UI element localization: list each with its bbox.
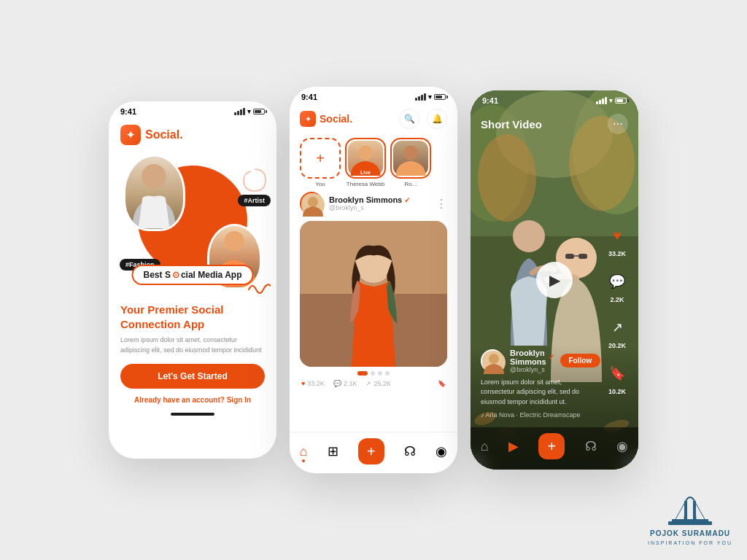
p3-share-action[interactable]: ↗ 20.2K	[605, 315, 630, 349]
dot-2	[371, 371, 375, 376]
battery-icon-1	[253, 109, 265, 114]
verified-badge-p2: ✓	[404, 196, 410, 204]
share-icon-p3: ↗	[605, 315, 630, 340]
svg-rect-34	[668, 521, 712, 525]
comment-icon-p2: 💬	[333, 380, 341, 387]
watermark-tagline: INSPIRATION FOR YOU	[648, 540, 732, 545]
p2-username: Brooklyn Simmons ✓	[329, 195, 430, 204]
p3-description: Lorem ipsum dolor sit amet, consectetur …	[481, 378, 595, 408]
follow-button[interactable]: Follow	[560, 354, 601, 368]
dot-1	[357, 371, 368, 376]
home-icon-p2: ⌂	[300, 444, 308, 459]
p3-user-avatar	[481, 349, 504, 373]
p2-comment-action[interactable]: 💬 2.1K	[333, 380, 357, 387]
wifi-icon-3: ▾	[609, 97, 613, 104]
p2-post-person-img	[300, 221, 447, 367]
p2-bottom-nav: ⌂ ⊞ + ☊ ◉	[290, 432, 457, 473]
p3-play-button[interactable]: ▶	[536, 262, 573, 298]
battery-icon-2	[434, 94, 446, 100]
p2-post-actions: ♥ 33.2K 💬 2.1K ↗ 25.2K 🔖	[300, 380, 447, 387]
p3-nav-home[interactable]: ⌂	[481, 439, 489, 454]
deco-spiral-1	[240, 166, 269, 195]
p3-comment-action[interactable]: 💬 2.2K	[605, 269, 630, 303]
p1-description: Lorem ipsum dolor sit amet, consectetur …	[120, 335, 265, 355]
chat-icon-p2: ☊	[404, 443, 416, 459]
p2-post-header: Brooklyn Simmons ✓ @broklyn_s ⋮	[300, 192, 447, 215]
p3-user-row: Brooklyn Simmons ✓ @broklyn_s Follow	[481, 349, 595, 373]
p1-headline: Your Premier Social Connection App	[120, 303, 265, 331]
p2-stories: + You Live Theresa Webb	[290, 133, 457, 192]
p2-share-action[interactable]: ↗ 25.2K	[365, 380, 391, 387]
status-icons-2: ▾	[415, 93, 446, 101]
p1-header: ✦ Social.	[109, 119, 276, 151]
status-icons-1: ▾	[234, 108, 265, 115]
p3-username: Brooklyn Simmons ✓	[510, 349, 554, 366]
p2-nav-home[interactable]: ⌂	[300, 444, 308, 459]
status-icons-3: ▾	[596, 97, 627, 104]
p1-social-badge-wrapper: Best S⊙cial Media App	[132, 265, 254, 291]
p2-logo: ✦ Social.	[300, 111, 352, 127]
p3-more-btn[interactable]: ⋯	[608, 114, 628, 134]
phone-1-mockup: 9:41 ▾ ✦ Social.	[109, 101, 276, 459]
p3-user-handle: @broklyn_s	[510, 366, 554, 373]
p2-nav-grid[interactable]: ⊞	[328, 443, 338, 459]
p3-nav-profile[interactable]: ◉	[616, 438, 628, 454]
p2-nav-profile[interactable]: ◉	[436, 443, 447, 459]
p1-person-1-avatar	[123, 155, 185, 231]
p3-like-action[interactable]: ♥ 33.2K	[605, 223, 630, 257]
p3-save-action[interactable]: 🔖 10.2K	[605, 361, 630, 395]
time-2: 9:41	[301, 93, 317, 101]
p1-home-indicator	[171, 413, 214, 416]
p3-nav-video[interactable]: ▶	[508, 438, 519, 454]
p3-nav-chat[interactable]: ☊	[585, 438, 597, 454]
search-button-p2[interactable]: 🔍	[399, 109, 419, 129]
story-item-theresa[interactable]: Live Theresa Webb	[345, 138, 386, 187]
p2-more-btn[interactable]: ⋮	[436, 197, 447, 211]
p3-side-actions: ♥ 33.2K 💬 2.2K ↗ 20.2K 🔖 10.2K	[605, 223, 630, 395]
notification-button-p2[interactable]: 🔔	[427, 109, 447, 129]
brooklyn-avatar-svg	[301, 193, 325, 217]
story-item-ro[interactable]: Ro...	[390, 138, 431, 187]
p1-hero-area: #Artist #Fashion Best S⊙cial Media App	[109, 151, 276, 297]
p3-avatar-svg	[482, 351, 506, 374]
p1-social-badge: Best S⊙cial Media App	[132, 265, 254, 285]
get-started-button[interactable]: Let's Get Started	[120, 364, 265, 389]
p1-text-area: Your Premier Social Connection App Lorem…	[109, 297, 276, 410]
watermark: POJOK SURAMADU INSPIRATION FOR YOU	[648, 490, 732, 545]
svg-point-26	[489, 354, 499, 364]
p2-brand: Social.	[320, 113, 352, 125]
story-item-you[interactable]: + You	[300, 138, 341, 187]
story-label-ro: Ro...	[390, 181, 431, 187]
ro-avatar-svg	[393, 141, 428, 176]
p3-overlay: 9:41 ▾ Short Video ⋯	[471, 90, 638, 470]
p2-nav: ✦ Social. 🔍 🔔	[290, 104, 457, 133]
live-badge: Live	[357, 169, 374, 176]
person1-svg	[125, 157, 183, 229]
p1-brand: Social.	[145, 128, 183, 141]
story-img-ro	[393, 141, 428, 176]
phone-2-mockup: 9:41 ▾ ✦ Social.	[290, 87, 457, 473]
p3-likes-count: 33.2K	[608, 250, 626, 257]
svg-point-2	[358, 145, 373, 160]
p3-saves-count: 10.2K	[608, 388, 626, 395]
p2-post-avatar	[300, 192, 323, 215]
signal-icon-3	[596, 97, 607, 104]
p3-shares-count: 20.2K	[608, 342, 626, 349]
dot-3	[378, 371, 382, 376]
heart-icon-p3: ♥	[605, 223, 630, 248]
p2-nav-chat[interactable]: ☊	[404, 443, 416, 459]
verified-badge-p3: ✓	[549, 353, 554, 361]
signal-icon-2	[415, 93, 426, 101]
svg-rect-27	[672, 519, 708, 521]
story-label-theresa: Theresa Webb	[345, 181, 386, 187]
p2-save-action[interactable]: 🔖	[438, 380, 446, 387]
add-story-btn[interactable]: +	[300, 138, 341, 179]
svg-point-1	[224, 231, 244, 252]
story-ring-ro	[390, 138, 431, 179]
svg-point-0	[142, 164, 166, 188]
p3-user-details: Brooklyn Simmons ✓ @broklyn_s	[510, 349, 554, 373]
comment-icon-p3: 💬	[605, 269, 630, 294]
p3-nav-add[interactable]: +	[538, 433, 565, 459]
p2-nav-add[interactable]: +	[358, 438, 384, 464]
p2-like-action[interactable]: ♥ 33.2K	[301, 380, 325, 387]
